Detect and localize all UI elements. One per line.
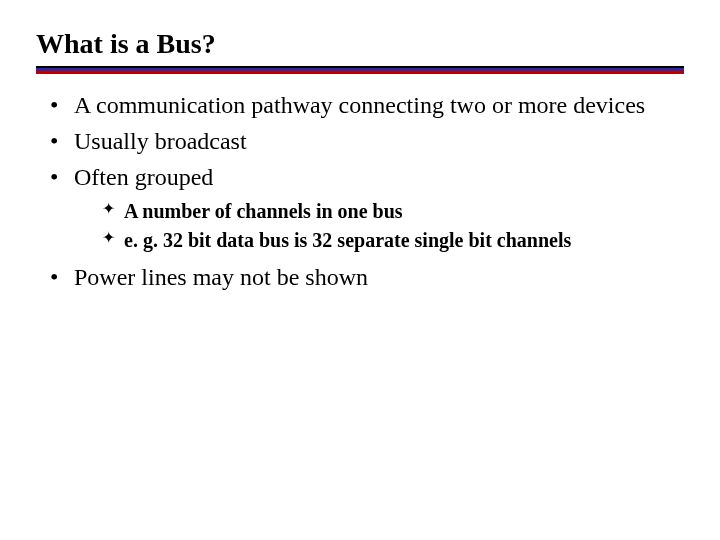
rule-red [36,71,684,74]
list-item: Often grouped A number of channels in on… [50,162,684,254]
list-item: Power lines may not be shown [50,262,684,292]
slide-title: What is a Bus? [36,28,684,60]
sub-list-item: e. g. 32 bit data bus is 32 separate sin… [102,227,684,254]
list-item: Usually broadcast [50,126,684,156]
title-rule [36,66,684,74]
sub-bullet-list: A number of channels in one bus e. g. 32… [74,198,684,254]
list-item-text: Often grouped [74,164,213,190]
slide: What is a Bus? A communication pathway c… [0,0,720,292]
list-item: A communication pathway connecting two o… [50,90,684,120]
sub-list-item: A number of channels in one bus [102,198,684,225]
bullet-list: A communication pathway connecting two o… [36,90,684,292]
